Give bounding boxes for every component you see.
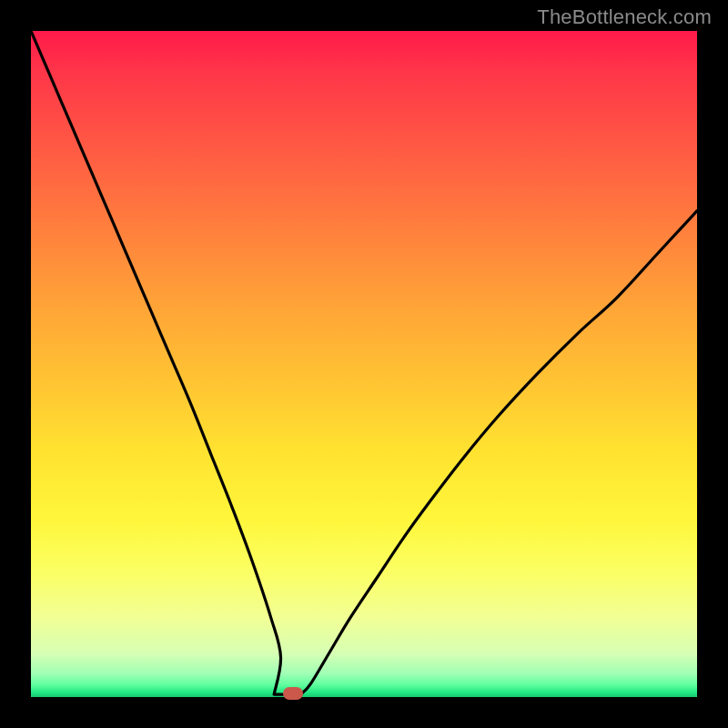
optimal-marker (283, 687, 303, 700)
watermark-text: TheBottleneck.com (537, 5, 712, 29)
plot-area (31, 31, 697, 697)
chart-frame: TheBottleneck.com (0, 0, 728, 728)
curve-svg (31, 31, 697, 697)
bottleneck-curve (31, 31, 697, 695)
